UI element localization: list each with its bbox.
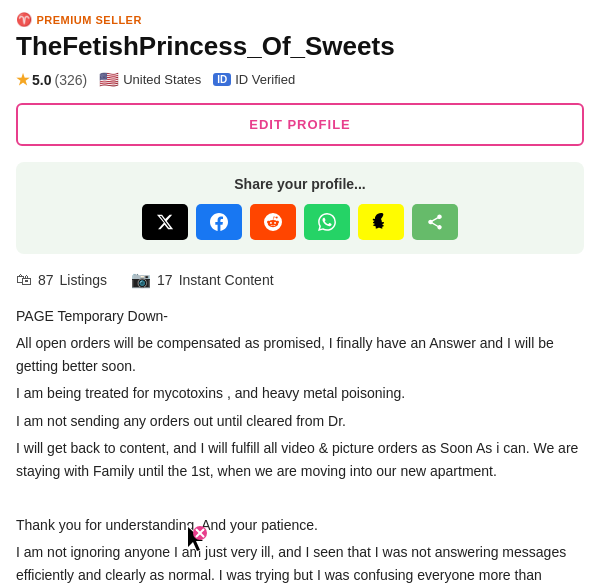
flag-icon: 🇺🇸 [99,70,119,89]
listings-count: 87 [38,272,54,288]
stats-row: 🛍 87 Listings 📷 17 Instant Content [16,270,584,289]
bio-line-5: I will get back to content, and I will f… [16,437,584,483]
location: 🇺🇸 United States [99,70,201,89]
instant-count: 17 [157,272,173,288]
instant-content-stat: 📷 17 Instant Content [131,270,274,289]
share-facebook-button[interactable] [196,204,242,240]
share-snapchat-button[interactable] [358,204,404,240]
share-general-button[interactable] [412,204,458,240]
rating-count: (326) [54,72,87,88]
share-reddit-button[interactable] [250,204,296,240]
bio-line-1: PAGE Temporary Down- [16,305,584,328]
location-text: United States [123,72,201,87]
premium-icon: ♈ [16,12,33,27]
share-twitter-button[interactable] [142,204,188,240]
username: TheFetishPrincess_Of_Sweets [16,31,584,62]
share-whatsapp-button[interactable] [304,204,350,240]
listings-label: Listings [60,272,107,288]
rating: ★ 5.0 (326) [16,71,87,89]
meta-row: ★ 5.0 (326) 🇺🇸 United States ID ID Verif… [16,70,584,89]
bio-section: PAGE Temporary Down- All open orders wil… [16,305,584,588]
listings-stat: 🛍 87 Listings [16,271,107,289]
id-icon: ID [213,73,231,86]
bio-line-7: I am not ignoring anyone I am just very … [16,541,584,588]
rating-value: 5.0 [32,72,51,88]
star-icon: ★ [16,71,29,89]
instant-label: Instant Content [179,272,274,288]
premium-badge: ♈ PREMIUM SELLER [16,12,584,27]
share-section: Share your profile... [16,162,584,254]
bio-spacer [16,487,584,510]
bio-line-4: I am not sending any orders out until cl… [16,410,584,433]
share-buttons [32,204,568,240]
id-verified-text: ID Verified [235,72,295,87]
bio-line-2: All open orders will be compensated as p… [16,332,584,378]
listings-icon: 🛍 [16,271,32,289]
premium-label: PREMIUM SELLER [37,14,142,26]
bio-line-6: Thank you for understanding. And your pa… [16,514,584,537]
id-verified: ID ID Verified [213,72,295,87]
instant-content-icon: 📷 [131,270,151,289]
edit-profile-button[interactable]: EDIT PROFILE [16,103,584,146]
share-title: Share your profile... [32,176,568,192]
bio-line-3: I am being treated for mycotoxins , and … [16,382,584,405]
